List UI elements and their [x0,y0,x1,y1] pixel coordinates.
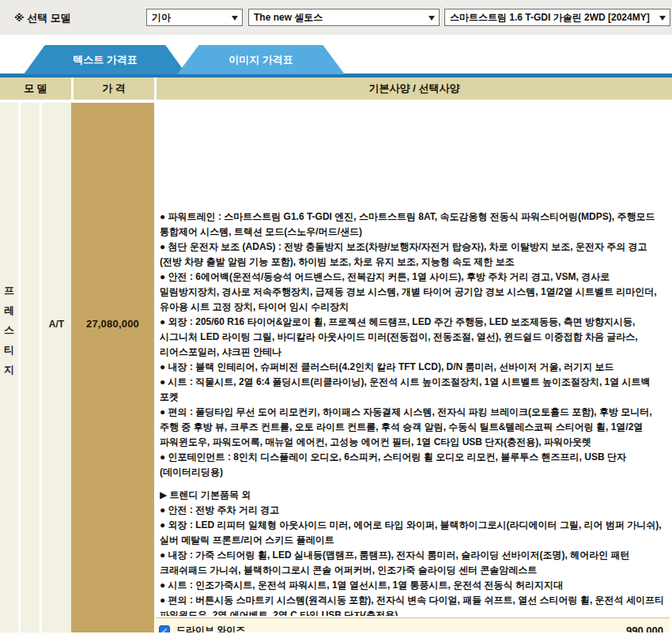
trim-select-value: 스마트스트림 1.6 T-GDI 가솔린 2WD [2024MY] [450,11,650,25]
tab-image-price-label: 이미지 가격표 [228,53,293,67]
price-cell: 27,080,000 [71,318,154,330]
spec-item-interior: ● 내장 : 블랙 인테리어, 슈퍼비전 클러스터(4.2인치 칼라 TFT L… [160,360,666,375]
spec-item-powertrain: ● 파워트레인 : 스마트스트림 G1.6 T-GDI 엔진, 스마트스트림 8… [160,210,666,240]
transmission-cell: A/T [42,319,71,330]
table-body: 프레스티지 A/T 27,080,000 ● 파워트레인 : 스마트스트림 G1… [0,103,672,632]
upgrade-spec-section: ▶ 트렌디 기본품목 외 ● 안전 : 전방 주차 거리 경고 ● 외장 : L… [160,488,666,616]
upgrade-item-safety: ● 안전 : 전방 주차 거리 경고 [160,503,666,518]
trim-select[interactable]: 스마트스트림 1.6 T-GDI 가솔린 2WD [2024MY] [444,9,670,26]
upgrade-item-interior: ● 내장 : 가죽 스티어링 휠, LED 실내등(맵램프, 룸램프), 전자식… [160,548,666,578]
spec-column: ● 파워트레인 : 스마트스트림 G1.6 T-GDI 엔진, 스마트스트림 8… [154,206,672,638]
spec-item-exterior: ● 외장 : 205/60 R16 타이어&알로이 휠, 프로젝션 헤드램프, … [160,315,666,360]
spec-item-convenience: ● 편의 : 폴딩타입 무선 도어 리모컨키, 하이패스 자동결제 시스템, 전… [160,405,666,450]
trim-name-vertical: 프레스티지 [0,281,18,379]
price-column [71,103,154,632]
model-select-value: The new 셀토스 [254,11,323,25]
chevron-down-icon [232,16,238,21]
base-spec-section: ● 파워트레인 : 스마트스트림 G1.6 T-GDI 엔진, 스마트스트림 8… [160,210,666,487]
model-select[interactable]: The new 셀토스 [248,9,440,26]
select-model-label: ※ 선택 모델 [14,11,71,25]
chevron-down-icon [659,16,666,21]
header-price: 가 격 [71,77,154,100]
tab-image-price[interactable]: 이미지 가격표 [177,45,345,74]
upgrade-item-seat: ● 시트 : 인조가죽시트, 운전석 파워시트, 1열 열선시트, 1열 통풍시… [160,578,666,593]
tab-text-price-label: 텍스트 가격표 [73,53,138,67]
chevron-down-icon [428,16,435,21]
bottom-margin [0,632,672,638]
transmission-column [42,103,71,632]
upgrade-section-title: ▶ 트렌디 기본품목 외 [160,488,666,503]
spec-item-adas: ● 첨단 운전자 보조 (ADAS) : 전방 충돌방지 보조(차량/보행자/자… [160,240,666,270]
price-sheet-page: ※ 선택 모델 기아 The new 셀토스 스마트스트림 1.6 T-GDI … [0,0,672,638]
spec-item-infotainment: ● 인포테인먼트 : 8인치 디스플레이 오디오, 6스피커, 스티어링 휠 오… [160,450,666,480]
spec-item-seat: ● 시트 : 직물시트, 2열 6:4 폴딩시트(리클라이닝), 운전석 시트 … [160,375,666,405]
header-model: 모 델 [0,77,71,100]
upgrade-item-exterior: ● 외장 : LED 리피터 일체형 아웃사이드 미러, 에어로 타입 와이퍼,… [160,518,666,548]
upgrade-item-convenience: ● 편의 : 버튼시동 스마트키 시스템(원격시동 포함), 전자식 변속 다이… [160,593,666,616]
tab-text-price[interactable]: 텍스트 가격표 [24,45,187,74]
spec-item-safety: ● 안전 : 6에어백(운전석/동승석 어드밴스드, 전복감지 커튼, 1열 사… [160,270,666,315]
spacer-column [21,103,40,632]
table-header-row: 모 델 가 격 기본사양 / 선택사양 [0,77,672,101]
model-selector-bar: ※ 선택 모델 기아 The new 셀토스 스마트스트림 1.6 T-GDI … [0,0,672,35]
brand-select-value: 기아 [152,11,171,25]
brand-select[interactable]: 기아 [146,9,243,26]
header-spec: 기본사양 / 선택사양 [154,77,672,100]
